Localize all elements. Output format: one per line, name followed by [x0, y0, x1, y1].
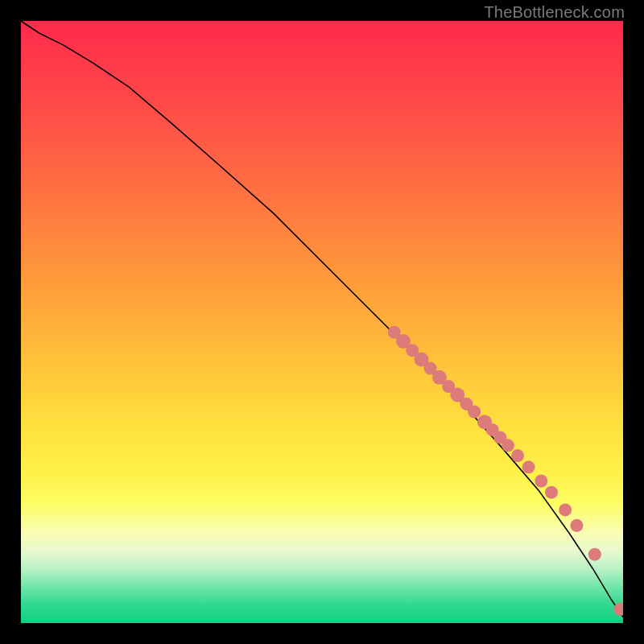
data-point — [588, 548, 601, 561]
data-point — [570, 519, 583, 532]
data-point — [511, 449, 524, 462]
curve-line — [21, 21, 623, 617]
data-points — [388, 326, 623, 616]
data-point — [468, 406, 481, 419]
data-point — [545, 486, 558, 499]
chart-frame: TheBottleneck.com — [0, 0, 644, 644]
data-point — [502, 439, 514, 452]
plot-area — [21, 21, 623, 623]
chart-svg — [21, 21, 623, 623]
data-point — [535, 475, 547, 488]
watermark-text: TheBottleneck.com — [484, 3, 625, 22]
data-point — [522, 460, 535, 473]
data-point — [559, 503, 572, 516]
